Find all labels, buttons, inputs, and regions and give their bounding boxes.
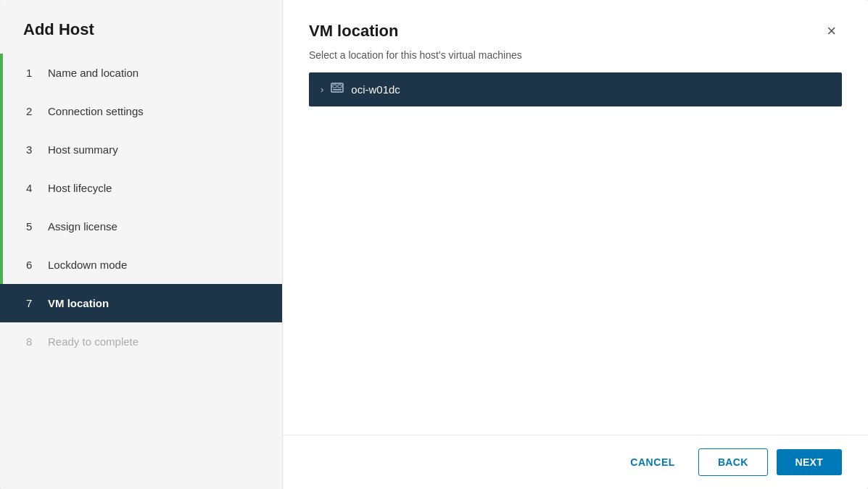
sidebar-steps: 1 Name and location 2 Connection setting…	[0, 54, 282, 361]
step-label-1: Name and location	[48, 67, 139, 79]
main-subtitle: Select a location for this host's virtua…	[283, 42, 868, 72]
next-button[interactable]: NEXT	[777, 449, 842, 475]
step-number-4: 4	[26, 182, 39, 194]
sidebar-step-6[interactable]: 6 Lockdown mode	[0, 246, 282, 284]
main-content: › oci-w01dc	[283, 72, 868, 435]
step-label-3: Host summary	[48, 143, 118, 156]
sidebar-step-7[interactable]: 7 VM location	[0, 284, 282, 322]
datacenter-icon	[331, 81, 344, 98]
main-panel: VM location × Select a location for this…	[283, 0, 868, 489]
step-number-7: 7	[26, 297, 39, 309]
sidebar-step-1[interactable]: 1 Name and location	[0, 54, 282, 92]
main-header: VM location ×	[283, 0, 868, 42]
back-button[interactable]: BACK	[698, 448, 768, 476]
step-number-6: 6	[26, 259, 39, 271]
svg-rect-1	[333, 85, 336, 88]
step-label-4: Host lifecycle	[48, 182, 112, 194]
step-label-8: Ready to complete	[48, 335, 139, 348]
tree-label: oci-w01dc	[351, 83, 400, 96]
step-label-5: Assign license	[48, 220, 117, 233]
svg-rect-2	[338, 85, 342, 88]
chevron-icon: ›	[321, 84, 323, 95]
sidebar: Add Host 1 Name and location 2 Connectio…	[0, 0, 283, 489]
step-label-7: VM location	[48, 297, 109, 309]
tree-item-oci[interactable]: › oci-w01dc	[309, 72, 842, 106]
cancel-button[interactable]: CANCEL	[616, 449, 690, 475]
step-number-8: 8	[26, 335, 39, 348]
sidebar-step-8: 8 Ready to complete	[0, 322, 282, 361]
main-footer: CANCEL BACK NEXT	[283, 435, 868, 489]
step-number-5: 5	[26, 220, 39, 233]
step-number-3: 3	[26, 143, 39, 156]
sidebar-title: Add Host	[0, 0, 282, 54]
close-button[interactable]: ×	[821, 20, 842, 42]
step-label-2: Connection settings	[48, 105, 144, 117]
step-number-1: 1	[26, 67, 39, 79]
add-host-dialog: Add Host 1 Name and location 2 Connectio…	[0, 0, 868, 489]
sidebar-step-2[interactable]: 2 Connection settings	[0, 92, 282, 130]
sidebar-step-5[interactable]: 5 Assign license	[0, 207, 282, 246]
step-number-2: 2	[26, 105, 39, 117]
sidebar-step-4[interactable]: 4 Host lifecycle	[0, 169, 282, 207]
step-label-6: Lockdown mode	[48, 259, 127, 271]
sidebar-step-3[interactable]: 3 Host summary	[0, 130, 282, 169]
svg-rect-3	[333, 89, 342, 91]
main-title: VM location	[309, 22, 398, 41]
